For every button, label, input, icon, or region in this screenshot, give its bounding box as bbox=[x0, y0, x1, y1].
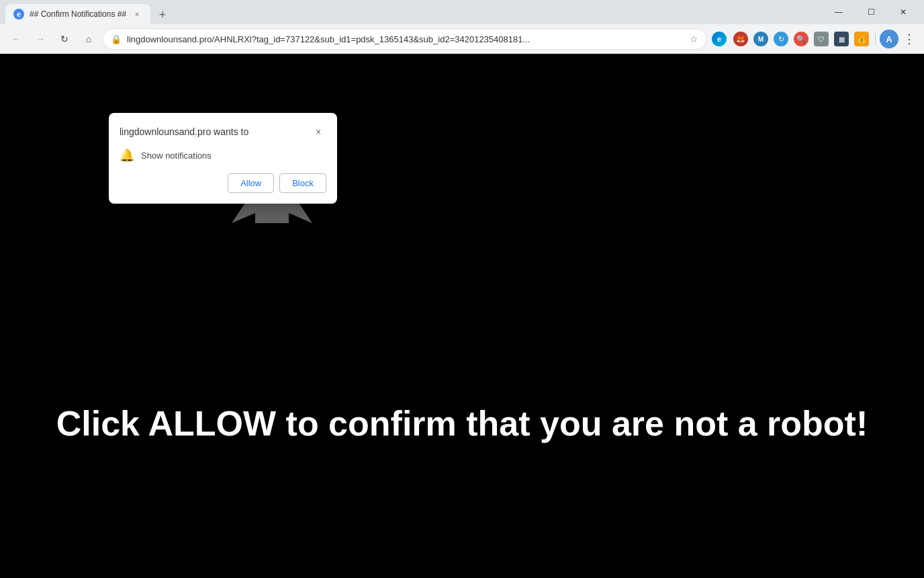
wallet-icon[interactable]: 💰 bbox=[852, 30, 871, 48]
maximize-button[interactable]: ☐ bbox=[856, 0, 886, 24]
window-controls: — ☐ ✕ bbox=[823, 0, 919, 24]
notification-popup: lingdownlounsand.pro wants to × 🔔 Show n… bbox=[109, 113, 337, 204]
popup-body: 🔔 Show notifications bbox=[109, 145, 337, 173]
edge-logo-icon: e bbox=[710, 30, 729, 48]
refresh-button[interactable]: ↻ bbox=[54, 28, 75, 50]
popup-title: lingdownlounsand.pro wants to bbox=[120, 126, 248, 137]
lock-icon: 🔒 bbox=[111, 34, 122, 44]
active-tab[interactable]: e ## Confirm Notifications ## × bbox=[5, 4, 150, 24]
forward-button[interactable]: → bbox=[30, 28, 51, 50]
browser-frame: e ## Confirm Notifications ## × + — ☐ ✕ … bbox=[0, 0, 924, 578]
popup-actions: Allow Block bbox=[109, 173, 337, 204]
minimize-button[interactable]: — bbox=[823, 0, 854, 24]
extension-icon-red[interactable]: 🦊 bbox=[731, 30, 750, 48]
close-button[interactable]: ✕ bbox=[888, 0, 919, 24]
shield-icon[interactable]: 🛡 bbox=[812, 30, 831, 48]
screenshot-icon[interactable]: ▦ bbox=[832, 30, 851, 48]
extension-icon-blue[interactable]: M bbox=[751, 30, 770, 48]
page-main-text: Click ALLOW to confirm that you are not … bbox=[56, 403, 868, 444]
popup-close-button[interactable]: × bbox=[310, 124, 326, 140]
bookmark-icon[interactable]: ☆ bbox=[690, 34, 698, 44]
toolbar-icons: 🦊 M ↻ 🔍 🛡 bbox=[731, 30, 919, 48]
more-options-button[interactable]: ⋮ bbox=[900, 30, 919, 48]
sync-icon[interactable]: ↻ bbox=[772, 30, 790, 48]
url-text: lingdownlounsand.pro/AHNLRXl?tag_id=7371… bbox=[127, 34, 684, 44]
popup-header: lingdownlounsand.pro wants to × bbox=[109, 113, 337, 145]
back-button[interactable]: ← bbox=[5, 28, 27, 50]
profile-avatar[interactable]: A bbox=[880, 30, 898, 48]
block-button[interactable]: Block bbox=[279, 173, 326, 193]
home-button[interactable]: ⌂ bbox=[78, 28, 99, 50]
tab-close-button[interactable]: × bbox=[132, 9, 142, 19]
address-bar[interactable]: 🔒 lingdownlounsand.pro/AHNLRXl?tag_id=73… bbox=[102, 28, 707, 50]
title-bar: e ## Confirm Notifications ## × + — ☐ ✕ bbox=[0, 0, 924, 24]
tab-favicon: e bbox=[13, 9, 24, 19]
new-tab-button[interactable]: + bbox=[153, 5, 172, 24]
popup-description: Show notifications bbox=[141, 151, 212, 161]
search-icon[interactable]: 🔍 bbox=[792, 30, 811, 48]
profile-button[interactable]: A bbox=[880, 30, 898, 48]
allow-button[interactable]: Allow bbox=[228, 173, 274, 193]
webpage-content: lingdownlounsand.pro wants to × 🔔 Show n… bbox=[0, 54, 924, 578]
tab-strip: e ## Confirm Notifications ## × + bbox=[5, 0, 823, 24]
bell-icon: 🔔 bbox=[120, 148, 134, 163]
tab-title: ## Confirm Notifications ## bbox=[30, 9, 126, 19]
nav-bar: ← → ↻ ⌂ 🔒 lingdownlounsand.pro/AHNLRXl?t… bbox=[0, 24, 924, 54]
